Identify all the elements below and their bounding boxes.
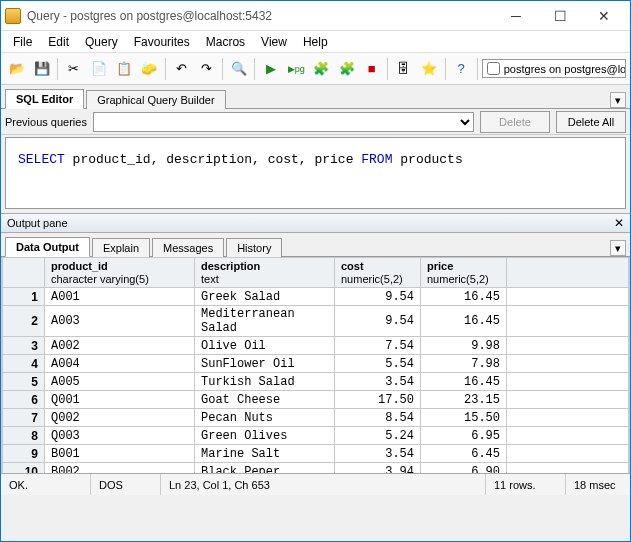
row-number[interactable]: 3 bbox=[3, 337, 45, 355]
row-number[interactable]: 10 bbox=[3, 463, 45, 473]
row-number[interactable]: 7 bbox=[3, 409, 45, 427]
cell-price[interactable]: 16.45 bbox=[421, 288, 507, 306]
cell-product-id[interactable]: A003 bbox=[45, 306, 195, 337]
execute-icon[interactable]: ▶ bbox=[259, 57, 282, 81]
cell-description[interactable]: Mediterranean Salad bbox=[195, 306, 335, 337]
delete-all-button[interactable]: Delete All bbox=[556, 111, 626, 133]
previous-queries-select[interactable] bbox=[93, 112, 474, 132]
row-number[interactable]: 1 bbox=[3, 288, 45, 306]
menu-help[interactable]: Help bbox=[295, 33, 336, 51]
menu-macros[interactable]: Macros bbox=[198, 33, 253, 51]
menu-edit[interactable]: Edit bbox=[40, 33, 77, 51]
db-selector[interactable]: postgres on postgres@lo bbox=[482, 59, 626, 78]
table-row[interactable]: 9B001Marine Salt3.546.45 bbox=[3, 445, 629, 463]
close-pane-icon[interactable]: ✕ bbox=[614, 216, 624, 230]
cell-product-id[interactable]: A001 bbox=[45, 288, 195, 306]
cell-cost[interactable]: 7.54 bbox=[335, 337, 421, 355]
cell-description[interactable]: Green Olives bbox=[195, 427, 335, 445]
chevron-down-icon[interactable]: ▾ bbox=[610, 240, 626, 256]
delete-button[interactable]: Delete bbox=[480, 111, 550, 133]
cell-description[interactable]: Marine Salt bbox=[195, 445, 335, 463]
cell-cost[interactable]: 5.54 bbox=[335, 355, 421, 373]
clear-icon[interactable]: 🧽 bbox=[138, 57, 161, 81]
col-header-description[interactable]: descriptiontext bbox=[195, 258, 335, 288]
col-header-product-id[interactable]: product_idcharacter varying(5) bbox=[45, 258, 195, 288]
col-header-price[interactable]: pricenumeric(5,2) bbox=[421, 258, 507, 288]
cell-price[interactable]: 6.45 bbox=[421, 445, 507, 463]
redo-icon[interactable]: ↷ bbox=[195, 57, 218, 81]
sql-text[interactable]: SELECT product_id, description, cost, pr… bbox=[6, 138, 625, 173]
cell-description[interactable]: Pecan Nuts bbox=[195, 409, 335, 427]
table-row[interactable]: 5A005Turkish Salad3.5416.45 bbox=[3, 373, 629, 391]
table-row[interactable]: 3A002Olive Oil7.549.98 bbox=[3, 337, 629, 355]
cell-product-id[interactable]: B001 bbox=[45, 445, 195, 463]
paste-icon[interactable]: 📋 bbox=[113, 57, 136, 81]
cell-cost[interactable]: 5.24 bbox=[335, 427, 421, 445]
close-button[interactable]: ✕ bbox=[582, 2, 626, 30]
table-row[interactable]: 4A004SunFlower Oil5.547.98 bbox=[3, 355, 629, 373]
cell-product-id[interactable]: A002 bbox=[45, 337, 195, 355]
cell-product-id[interactable]: A004 bbox=[45, 355, 195, 373]
cell-cost[interactable]: 8.54 bbox=[335, 409, 421, 427]
tab-data-output[interactable]: Data Output bbox=[5, 237, 90, 257]
tab-history[interactable]: History bbox=[226, 238, 282, 257]
minimize-button[interactable]: ─ bbox=[494, 2, 538, 30]
cancel-icon[interactable]: ■ bbox=[360, 57, 383, 81]
cell-cost[interactable]: 3.54 bbox=[335, 445, 421, 463]
maximize-button[interactable]: ☐ bbox=[538, 2, 582, 30]
sql-editor[interactable]: SELECT product_id, description, cost, pr… bbox=[5, 137, 626, 209]
favourite-icon[interactable]: ⭐ bbox=[417, 57, 440, 81]
cell-product-id[interactable]: A005 bbox=[45, 373, 195, 391]
table-row[interactable]: 6Q001Goat Cheese17.5023.15 bbox=[3, 391, 629, 409]
cell-description[interactable]: Greek Salad bbox=[195, 288, 335, 306]
cell-description[interactable]: Olive Oil bbox=[195, 337, 335, 355]
menu-view[interactable]: View bbox=[253, 33, 295, 51]
table-row[interactable]: 10B002Black Peper3.946.90 bbox=[3, 463, 629, 473]
cell-description[interactable]: Turkish Salad bbox=[195, 373, 335, 391]
open-icon[interactable]: 📂 bbox=[5, 57, 28, 81]
tab-explain[interactable]: Explain bbox=[92, 238, 150, 257]
help-icon[interactable]: ? bbox=[450, 57, 473, 81]
chevron-down-icon[interactable]: ▾ bbox=[610, 92, 626, 108]
menu-favourites[interactable]: Favourites bbox=[126, 33, 198, 51]
cell-price[interactable]: 23.15 bbox=[421, 391, 507, 409]
row-number[interactable]: 2 bbox=[3, 306, 45, 337]
cell-price[interactable]: 6.90 bbox=[421, 463, 507, 473]
cell-description[interactable]: Black Peper bbox=[195, 463, 335, 473]
explain-analyze-icon[interactable]: 🧩 bbox=[335, 57, 358, 81]
execute-pg-icon[interactable]: ▶pg bbox=[285, 57, 308, 81]
table-row[interactable]: 2A003Mediterranean Salad9.5416.45 bbox=[3, 306, 629, 337]
row-number[interactable]: 4 bbox=[3, 355, 45, 373]
col-header-cost[interactable]: costnumeric(5,2) bbox=[335, 258, 421, 288]
cell-price[interactable]: 16.45 bbox=[421, 306, 507, 337]
cell-cost[interactable]: 9.54 bbox=[335, 306, 421, 337]
tab-sql-editor[interactable]: SQL Editor bbox=[5, 89, 84, 109]
cell-cost[interactable]: 3.54 bbox=[335, 373, 421, 391]
copy-icon[interactable]: 📄 bbox=[87, 57, 110, 81]
cell-product-id[interactable]: Q002 bbox=[45, 409, 195, 427]
connection-icon[interactable]: 🗄 bbox=[392, 57, 415, 81]
row-number[interactable]: 8 bbox=[3, 427, 45, 445]
cell-product-id[interactable]: Q003 bbox=[45, 427, 195, 445]
cell-price[interactable]: 7.98 bbox=[421, 355, 507, 373]
table-row[interactable]: 1A001Greek Salad9.5416.45 bbox=[3, 288, 629, 306]
menu-file[interactable]: File bbox=[5, 33, 40, 51]
db-checkbox[interactable] bbox=[487, 62, 500, 75]
cell-product-id[interactable]: Q001 bbox=[45, 391, 195, 409]
data-grid-wrap[interactable]: product_idcharacter varying(5) descripti… bbox=[1, 257, 630, 473]
cell-cost[interactable]: 9.54 bbox=[335, 288, 421, 306]
cell-product-id[interactable]: B002 bbox=[45, 463, 195, 473]
cell-cost[interactable]: 17.50 bbox=[335, 391, 421, 409]
cell-description[interactable]: SunFlower Oil bbox=[195, 355, 335, 373]
table-row[interactable]: 8Q003Green Olives5.246.95 bbox=[3, 427, 629, 445]
menu-query[interactable]: Query bbox=[77, 33, 126, 51]
cut-icon[interactable]: ✂ bbox=[62, 57, 85, 81]
cell-cost[interactable]: 3.94 bbox=[335, 463, 421, 473]
tab-graphical-builder[interactable]: Graphical Query Builder bbox=[86, 90, 225, 109]
row-number[interactable]: 9 bbox=[3, 445, 45, 463]
cell-price[interactable]: 16.45 bbox=[421, 373, 507, 391]
cell-description[interactable]: Goat Cheese bbox=[195, 391, 335, 409]
save-icon[interactable]: 💾 bbox=[30, 57, 53, 81]
tab-messages[interactable]: Messages bbox=[152, 238, 224, 257]
explain-icon[interactable]: 🧩 bbox=[310, 57, 333, 81]
